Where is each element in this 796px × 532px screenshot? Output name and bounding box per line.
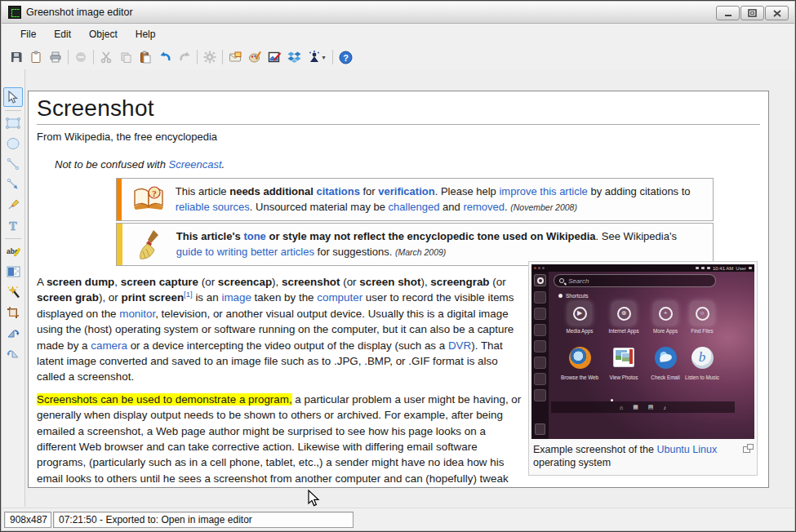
paste-icon — [139, 51, 152, 64]
ubuntu-clock: 10:41 AM — [713, 266, 733, 271]
help-button[interactable]: ? — [336, 47, 355, 67]
status-message: 07:21:50 - Exported to: Open in image ed… — [53, 512, 354, 528]
dropdown-caret-icon: ▾ — [322, 54, 325, 61]
tool-ellipse-button[interactable] — [3, 134, 23, 153]
infobox-caption: Example screenshot of the Ubuntu Linux o… — [531, 439, 754, 472]
redo-button — [175, 47, 194, 67]
title-bar[interactable]: Greenshot image editor — [2, 2, 794, 24]
dock-music-icon: ♪ — [663, 405, 666, 410]
obfuscate-icon — [7, 266, 20, 277]
ubuntu-search-placeholder: Search — [568, 277, 589, 285]
tool-highlight-button[interactable]: abc — [3, 242, 23, 261]
external-editor-button[interactable] — [265, 47, 284, 67]
ubuntu-screenshot-image: 10:41 AM User — [531, 264, 754, 439]
tile-label: Media Apps — [554, 329, 605, 334]
tone-notice-box: This article's tone or style may not ref… — [116, 223, 714, 266]
media-apps-tile: ▶ — [567, 301, 592, 326]
svg-text:?: ? — [152, 188, 157, 197]
ms-paint-button[interactable] — [245, 47, 265, 67]
tool-crop-button[interactable] — [3, 303, 23, 322]
copy-image-button[interactable] — [26, 47, 46, 67]
hatnote: Not to be confused with Screencast. — [55, 158, 760, 171]
dock-files-icon: ▤ — [648, 404, 654, 410]
ubuntu-status-area: 10:41 AM User — [696, 266, 752, 271]
tool-freehand-button[interactable] — [3, 195, 23, 215]
tool-rotate-cw-button[interactable] — [3, 323, 23, 343]
ubuntu-trash-icon — [535, 423, 545, 435]
settings-button[interactable] — [200, 47, 220, 67]
delete-icon — [74, 51, 87, 64]
thunderbird-icon — [654, 346, 677, 369]
citations-notice-box: ? This article needs additional citation… — [116, 178, 714, 221]
close-button[interactable] — [765, 6, 789, 20]
minimize-button[interactable] — [716, 6, 740, 20]
notice-accent-bar — [117, 224, 122, 265]
ubuntu-home-button — [534, 274, 546, 286]
internet-apps-tile: ⊕ — [611, 301, 636, 326]
arrow-icon — [7, 178, 20, 191]
window-title: Greenshot image editor — [26, 7, 133, 18]
copy-icon — [119, 51, 132, 64]
menu-file[interactable]: File — [11, 24, 45, 44]
tool-selection-button[interactable] — [3, 87, 23, 107]
search-icon — [559, 278, 564, 283]
undo-icon — [158, 51, 172, 64]
citations-notice-text: This article needs additional citations … — [176, 179, 713, 220]
undo-button[interactable] — [155, 47, 175, 67]
upload-plugin-button[interactable]: ▾ — [304, 47, 330, 67]
menu-object[interactable]: Object — [80, 24, 127, 44]
menu-help[interactable]: Help — [127, 24, 165, 44]
ubuntu-dash-dock: ⌂ ▦ ▤ ♪ — [551, 401, 735, 413]
more-apps-tile: + — [653, 301, 678, 326]
maximize-button[interactable] — [740, 6, 764, 20]
tile-label: Find Files — [677, 329, 727, 334]
book-question-icon: ? — [122, 184, 176, 215]
tool-line-button[interactable] — [3, 154, 23, 174]
tool-rectangle-button[interactable] — [3, 113, 23, 133]
article-notices: ? This article needs additional citation… — [116, 178, 714, 266]
line-icon — [7, 157, 20, 171]
expand-icon — [743, 444, 754, 453]
copy-button — [116, 47, 136, 67]
delete-button — [71, 47, 91, 67]
redo-icon — [178, 51, 192, 64]
ubuntu-top-panel: 10:41 AM User — [531, 264, 754, 272]
paste-button[interactable] — [136, 47, 155, 67]
menu-bar: File Edit Object Help — [2, 24, 794, 45]
maximize-icon — [748, 9, 757, 17]
ubuntu-window-dots — [534, 267, 545, 269]
tone-notice-text: This article's tone or style may not ref… — [176, 224, 713, 265]
save-icon — [10, 51, 23, 64]
dropbox-icon — [287, 51, 301, 64]
rotate-clockwise-icon — [6, 327, 20, 339]
tool-effects-button[interactable] — [3, 282, 23, 302]
ubuntu-user: User — [736, 266, 746, 271]
print-button[interactable] — [46, 47, 65, 67]
text-icon: T — [7, 219, 19, 232]
tool-obfuscate-button[interactable] — [3, 262, 23, 282]
greenshot-editor-window: Greenshot image editor File Edit Object … — [0, 0, 796, 532]
ubuntu-launcher — [531, 272, 549, 439]
dock-apps-icon: ▦ — [633, 404, 638, 410]
article-title: Screenshot — [37, 95, 760, 125]
envelope-icon — [229, 51, 242, 64]
palette-icon — [248, 51, 262, 64]
firefox-icon — [568, 346, 591, 369]
menu-edit[interactable]: Edit — [45, 24, 80, 44]
tool-arrow-button[interactable] — [3, 175, 23, 194]
app-label: Browse the Web — [554, 375, 605, 380]
selection-cursor-icon — [7, 91, 19, 104]
tool-rotate-ccw-button[interactable] — [3, 344, 23, 363]
email-button[interactable] — [225, 47, 245, 67]
editor-canvas[interactable]: Screenshot From Wikipedia, the free ency… — [25, 69, 794, 507]
dropbox-button[interactable] — [284, 47, 304, 67]
find-files-tile: ○ — [690, 301, 714, 326]
gear-icon — [203, 51, 216, 64]
scissors-icon — [100, 51, 113, 64]
crop-icon — [7, 306, 20, 319]
tool-text-button[interactable]: T — [3, 215, 23, 235]
cut-button — [96, 47, 116, 67]
app-label: Listen to Music — [677, 375, 727, 380]
svg-text:T: T — [9, 219, 17, 232]
save-button[interactable] — [7, 47, 26, 67]
